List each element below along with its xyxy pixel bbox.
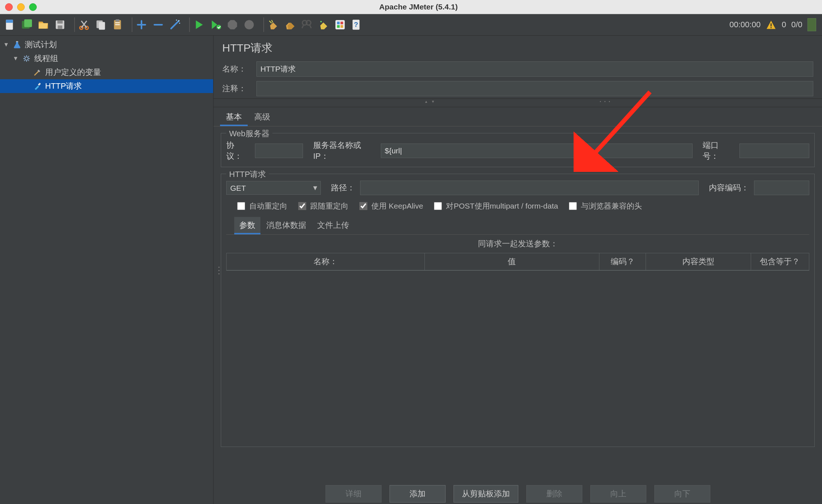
svg-rect-5 bbox=[57, 20, 63, 24]
svg-rect-1 bbox=[6, 20, 13, 23]
config-tabs: 基本 高级 bbox=[214, 107, 822, 126]
parameters-table-body[interactable] bbox=[226, 270, 809, 441]
expand-toggle-icon[interactable]: ▼ bbox=[3, 41, 9, 48]
remove-icon[interactable] bbox=[151, 17, 166, 32]
templates-icon[interactable] bbox=[19, 17, 34, 32]
delete-button[interactable]: 删除 bbox=[526, 485, 582, 503]
tools-icon bbox=[33, 68, 42, 77]
name-input[interactable] bbox=[256, 61, 813, 77]
status-bar: 00:00:00 0 0/0 bbox=[730, 18, 816, 31]
thread-ratio: 0/0 bbox=[791, 20, 802, 29]
subtab-file-upload[interactable]: 文件上传 bbox=[312, 217, 354, 234]
port-input[interactable] bbox=[739, 144, 809, 158]
path-input[interactable] bbox=[360, 181, 699, 195]
warning-icon[interactable] bbox=[766, 19, 777, 30]
col-value[interactable]: 值 bbox=[424, 253, 599, 270]
svg-rect-31 bbox=[771, 27, 772, 28]
multipart-checkbox[interactable]: 对POST使用multipart / form-data bbox=[432, 201, 558, 211]
svg-rect-13 bbox=[115, 23, 120, 23]
run-icon[interactable] bbox=[191, 17, 207, 32]
tree-test-plan[interactable]: ▼ 测试计划 bbox=[0, 38, 213, 52]
reset-search-icon[interactable] bbox=[316, 17, 331, 32]
keep-alive-checkbox[interactable]: 使用 KeepAlive bbox=[358, 201, 423, 211]
col-encode[interactable]: 编码？ bbox=[599, 253, 646, 270]
move-up-button[interactable]: 向上 bbox=[590, 485, 646, 503]
encoding-label: 内容编码： bbox=[709, 182, 749, 193]
svg-rect-6 bbox=[58, 25, 63, 29]
follow-redirect-checkbox[interactable]: 跟随重定向 bbox=[297, 201, 348, 211]
wand-icon[interactable] bbox=[167, 17, 183, 32]
expand-toggle-icon[interactable]: ▼ bbox=[12, 55, 19, 62]
copy-icon[interactable] bbox=[93, 17, 108, 32]
open-file-icon[interactable] bbox=[36, 17, 51, 32]
svg-point-17 bbox=[179, 23, 180, 24]
svg-rect-24 bbox=[337, 22, 340, 24]
subtab-body-data[interactable]: 消息体数据 bbox=[261, 217, 311, 234]
add-from-clipboard-button[interactable]: 从剪贴板添加 bbox=[454, 485, 518, 503]
stop-icon[interactable] bbox=[225, 17, 240, 32]
add-button[interactable]: 添加 bbox=[390, 485, 446, 503]
clear-all-icon[interactable] bbox=[282, 17, 298, 32]
window-close-button[interactable] bbox=[5, 3, 13, 11]
tree-thread-group[interactable]: ▼ 线程组 bbox=[0, 52, 213, 65]
svg-text:?: ? bbox=[354, 21, 358, 28]
move-down-button[interactable]: 向下 bbox=[654, 485, 710, 503]
web-server-fieldset: Web服务器 协议： 服务器名称或IP： 端口号： bbox=[221, 133, 815, 167]
tab-advanced[interactable]: 高级 bbox=[248, 109, 276, 126]
browser-headers-checkbox[interactable]: 与浏览器兼容的头 bbox=[567, 201, 642, 211]
col-include-equals[interactable]: 包含等于？ bbox=[751, 253, 809, 270]
col-content-type[interactable]: 内容类型 bbox=[646, 253, 751, 270]
http-request-fieldset: HTTP请求 GET 路径： 内容编码： 自动重定向 跟随重定向 使用 Keep… bbox=[221, 174, 815, 447]
svg-rect-3 bbox=[24, 19, 32, 27]
protocol-input[interactable] bbox=[255, 144, 303, 158]
shutdown-icon[interactable] bbox=[242, 17, 257, 32]
help-icon[interactable]: ? bbox=[349, 17, 364, 32]
tree-label: 测试计划 bbox=[25, 39, 57, 50]
col-name[interactable]: 名称： bbox=[227, 253, 425, 270]
parameters-table[interactable]: 名称： 值 编码？ 内容类型 包含等于？ bbox=[226, 253, 809, 270]
params-caption: 同请求一起发送参数： bbox=[226, 235, 809, 253]
content-encoding-input[interactable] bbox=[754, 181, 809, 195]
web-server-legend: Web服务器 bbox=[226, 128, 272, 139]
svg-point-15 bbox=[178, 20, 180, 21]
port-label: 端口号： bbox=[703, 140, 734, 162]
svg-rect-23 bbox=[335, 20, 345, 29]
svg-rect-34 bbox=[38, 83, 41, 86]
vertical-splitter[interactable]: ⋮ bbox=[214, 36, 217, 504]
paste-icon[interactable] bbox=[110, 17, 125, 32]
function-helper-icon[interactable] bbox=[332, 17, 348, 32]
tree-pane[interactable]: ▼ 测试计划 ▼ 线程组 用户定义的变量 HTTP请求 bbox=[0, 36, 214, 504]
run-indicator-icon bbox=[807, 18, 816, 31]
cut-icon[interactable] bbox=[76, 17, 92, 32]
comment-input[interactable] bbox=[256, 81, 813, 96]
protocol-label: 协议： bbox=[226, 140, 250, 162]
toolbar: ? 00:00:00 0 0/0 bbox=[0, 14, 822, 36]
detail-button[interactable]: 详细 bbox=[326, 485, 382, 503]
run-no-pause-icon[interactable] bbox=[208, 17, 223, 32]
name-label: 名称： bbox=[222, 64, 251, 74]
pipette-icon bbox=[33, 81, 42, 91]
http-request-legend: HTTP请求 bbox=[226, 169, 269, 180]
server-name-input[interactable] bbox=[381, 144, 693, 158]
body-tabs: 参数 消息体数据 文件上传 bbox=[226, 213, 809, 235]
warning-count: 0 bbox=[782, 20, 786, 29]
tree-http-request[interactable]: HTTP请求 bbox=[0, 79, 213, 93]
new-file-icon[interactable] bbox=[2, 17, 17, 32]
auto-redirect-checkbox[interactable]: 自动重定向 bbox=[236, 201, 287, 211]
svg-point-33 bbox=[25, 57, 28, 60]
tree-user-defined-variables[interactable]: 用户定义的变量 bbox=[0, 65, 213, 79]
elapsed-timer: 00:00:00 bbox=[730, 20, 761, 29]
window-title: Apache JMeter (5.4.1) bbox=[15, 3, 822, 11]
tab-basic[interactable]: 基本 bbox=[220, 109, 248, 126]
svg-rect-30 bbox=[771, 23, 772, 26]
http-method-select[interactable]: GET bbox=[226, 181, 321, 195]
svg-rect-12 bbox=[116, 19, 120, 21]
add-icon[interactable] bbox=[134, 17, 149, 32]
subtab-parameters[interactable]: 参数 bbox=[234, 217, 260, 234]
horizontal-splitter[interactable]: ▲ ▼ • • • bbox=[214, 98, 822, 107]
save-icon[interactable] bbox=[52, 17, 68, 32]
tree-label: HTTP请求 bbox=[45, 81, 82, 92]
search-icon[interactable] bbox=[299, 17, 314, 32]
path-label: 路径： bbox=[331, 182, 355, 193]
clear-icon[interactable] bbox=[266, 17, 281, 32]
